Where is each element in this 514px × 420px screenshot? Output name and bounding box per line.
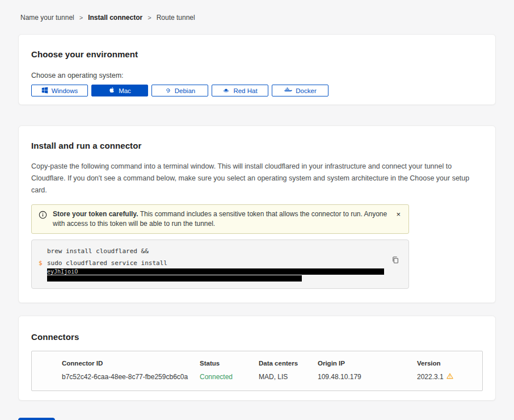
install-command-codeblock: brew install cloudflared && $ sudo cloud…: [31, 240, 409, 289]
col-header-data-centers: Data centers: [259, 360, 318, 367]
connectors-table: Connector ID Status Data centers Origin …: [31, 351, 483, 391]
next-button[interactable]: Next: [18, 418, 55, 420]
os-button-label: Docker: [296, 87, 316, 94]
breadcrumb-separator: >: [79, 14, 83, 21]
col-header-version: Version: [417, 360, 477, 367]
docker-icon: [284, 87, 292, 95]
connectors-card-title: Connectors: [31, 332, 483, 342]
redacted-token-line-2: [47, 275, 302, 282]
breadcrumb-step-route-tunnel[interactable]: Route tunnel: [157, 14, 195, 22]
token-prefix: eyJhIjoiO: [47, 268, 78, 275]
os-button-docker[interactable]: Docker: [272, 85, 328, 96]
os-button-label: Mac: [119, 87, 131, 94]
version-value: 2022.3.1: [417, 373, 477, 381]
os-button-label: Windows: [52, 87, 78, 94]
status-badge: Connected: [200, 373, 259, 381]
warning-icon: [446, 373, 453, 381]
code-line-2: sudo cloudflared service install: [47, 259, 167, 268]
os-button-redhat[interactable]: Red Hat: [212, 85, 268, 96]
os-button-label: Red Hat: [233, 87, 257, 94]
table-row: b7c52c42-6caa-48ee-8c77-fbe259cb6c0a Con…: [62, 373, 477, 381]
copy-icon[interactable]: [390, 255, 401, 267]
info-icon: [39, 209, 47, 221]
prompt-spacer: [39, 275, 47, 282]
version-number: 2022.3.1: [417, 373, 444, 381]
page: Name your tunnel > Install connector > R…: [0, 0, 514, 420]
os-button-mac[interactable]: Mac: [91, 85, 148, 96]
apple-icon: [108, 86, 115, 95]
os-select-label: Choose an operating system:: [31, 72, 483, 79]
install-card: Install and run a connector Copy-paste t…: [18, 125, 496, 303]
data-centers-value: MAD, LIS: [259, 373, 318, 381]
prompt-spacer: [39, 247, 47, 256]
redacted-token-line-1: eyJhIjoiO: [47, 268, 384, 275]
origin-ip-value: 109.48.10.179: [318, 373, 417, 381]
redhat-icon: [222, 87, 230, 95]
os-button-group: Windows Mac Debian Red Hat: [31, 85, 483, 96]
os-button-windows[interactable]: Windows: [31, 85, 88, 96]
col-header-origin-ip: Origin IP: [318, 360, 417, 367]
code-line-1: brew install cloudflared &&: [47, 247, 149, 256]
close-icon[interactable]: ×: [394, 209, 403, 220]
prompt-spacer: [39, 268, 47, 275]
os-button-debian[interactable]: Debian: [151, 85, 208, 96]
col-header-connector-id: Connector ID: [62, 360, 200, 367]
install-description: Copy-paste the following command into a …: [31, 161, 483, 196]
alert-text: Store your token carefully. This command…: [53, 209, 388, 229]
shell-prompt: $: [39, 259, 47, 268]
environment-card-title: Choose your environment: [31, 49, 483, 59]
os-button-label: Debian: [175, 87, 195, 94]
windows-icon: [41, 87, 48, 95]
col-header-status: Status: [200, 360, 259, 367]
connectors-card: Connectors Connector ID Status Data cent…: [18, 316, 496, 401]
debian-icon: [165, 87, 171, 95]
connector-id-value: b7c52c42-6caa-48ee-8c77-fbe259cb6c0a: [62, 373, 200, 381]
breadcrumb: Name your tunnel > Install connector > R…: [18, 0, 496, 22]
install-card-title: Install and run a connector: [31, 141, 483, 150]
table-header-row: Connector ID Status Data centers Origin …: [62, 360, 477, 367]
environment-card: Choose your environment Choose an operat…: [18, 34, 496, 105]
breadcrumb-step-name-tunnel[interactable]: Name your tunnel: [20, 14, 74, 22]
token-warning-alert: Store your token carefully. This command…: [31, 204, 409, 234]
breadcrumb-step-install-connector[interactable]: Install connector: [88, 14, 142, 22]
alert-title: Store your token carefully.: [53, 210, 138, 218]
breadcrumb-separator: >: [148, 14, 151, 21]
